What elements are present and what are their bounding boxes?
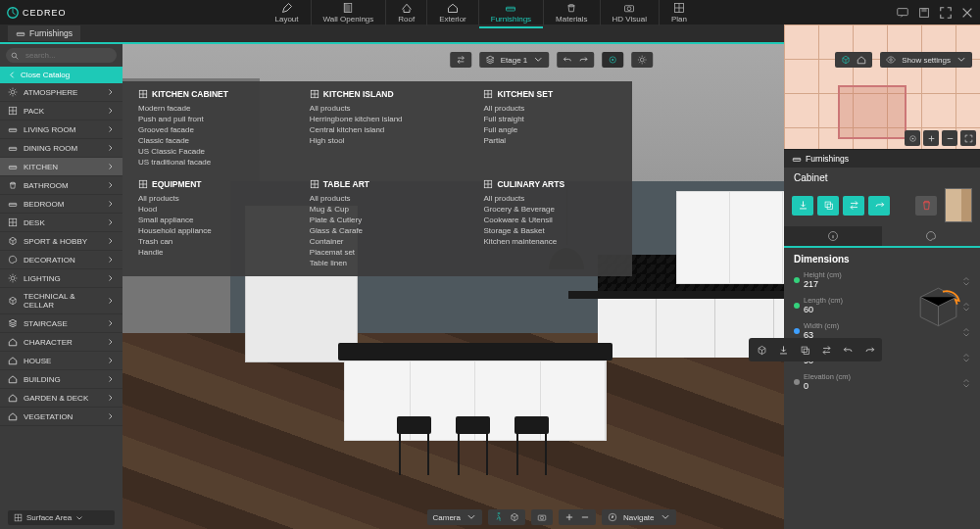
mega-item[interactable]: All products: [310, 193, 455, 204]
tab-plan[interactable]: Plan: [660, 0, 699, 25]
minimap-center[interactable]: [905, 130, 920, 146]
orbit-mode[interactable]: [510, 512, 519, 522]
zoom-out[interactable]: [580, 512, 590, 522]
mega-item[interactable]: All products: [310, 103, 455, 114]
mega-item[interactable]: Glass & Carafe: [310, 225, 455, 236]
surface-area-toggle[interactable]: Surface Area: [8, 510, 115, 525]
category-staircase[interactable]: STAIRCASE: [0, 314, 122, 333]
action-swap[interactable]: [843, 196, 864, 216]
navigate-selector[interactable]: Navigate: [602, 509, 676, 525]
category-bedroom[interactable]: BEDROOM: [0, 195, 122, 214]
redo-object[interactable]: [859, 341, 879, 359]
mega-heading[interactable]: TABLE ART: [310, 179, 455, 189]
category-garden-deck[interactable]: GARDEN & DECK: [0, 389, 122, 408]
action-duplicate[interactable]: [817, 196, 839, 216]
redo-button[interactable]: [578, 55, 588, 65]
camera-selector[interactable]: Camera: [426, 509, 481, 525]
orientation-cube[interactable]: [911, 279, 965, 333]
stepper-down[interactable]: [962, 382, 970, 387]
stepper-down[interactable]: [962, 357, 970, 361]
mega-item[interactable]: Household appliance: [138, 225, 280, 236]
category-kitchen[interactable]: KITCHEN: [0, 158, 122, 176]
swap-view-button[interactable]: [450, 52, 471, 68]
category-lighting[interactable]: LIGHTING: [0, 269, 122, 288]
category-house[interactable]: HOUSE: [0, 352, 122, 370]
category-desk[interactable]: DESK: [0, 214, 122, 232]
snap-toggle[interactable]: [608, 55, 617, 65]
search-input[interactable]: [6, 48, 117, 63]
mega-heading[interactable]: KITCHEN SET: [483, 89, 616, 99]
feedback-icon[interactable]: [896, 6, 909, 20]
mega-item[interactable]: Full straight: [483, 114, 616, 124]
sub-tab-furnishings[interactable]: Furnishings: [8, 25, 80, 41]
tab-hd-visual[interactable]: HD Visual: [601, 0, 660, 25]
move-tool[interactable]: [752, 341, 771, 359]
category-technical-cellar[interactable]: TECHNICAL & CELLAR: [0, 288, 122, 314]
object-thumbnail[interactable]: [945, 188, 972, 222]
minimap[interactable]: [784, 24, 980, 150]
category-dining-room[interactable]: DINING ROOM: [0, 139, 122, 158]
category-bathroom[interactable]: BATHROOM: [0, 176, 122, 195]
tab-roof[interactable]: Roof: [386, 0, 427, 25]
undo-object[interactable]: [838, 341, 858, 359]
mega-item[interactable]: Mug & Cup: [310, 204, 455, 215]
mega-item[interactable]: High stool: [310, 135, 455, 146]
category-living-room[interactable]: LIVING ROOM: [0, 120, 122, 139]
action-rotate[interactable]: [868, 196, 890, 216]
mega-item[interactable]: All products: [138, 193, 280, 204]
walk-mode[interactable]: [494, 512, 504, 522]
duplicate-tool[interactable]: [795, 341, 814, 359]
view-mode-2[interactable]: [857, 55, 866, 65]
floor-selector[interactable]: Etage 1: [479, 52, 550, 68]
minimap-expand[interactable]: [960, 130, 976, 146]
category-character[interactable]: CHARACTER: [0, 333, 122, 352]
minimap-zoom-in[interactable]: [923, 130, 939, 146]
action-download[interactable]: [792, 196, 813, 216]
category-building[interactable]: BUILDING: [0, 370, 122, 389]
view-mode-1[interactable]: [841, 55, 851, 65]
tab-wall-openings[interactable]: Wall Openings: [312, 0, 387, 25]
mega-heading[interactable]: KITCHEN ISLAND: [310, 89, 455, 99]
mega-item[interactable]: Trash can: [138, 236, 280, 247]
tab-materials[interactable]: Materials: [544, 0, 600, 25]
save-icon[interactable]: [917, 6, 931, 20]
mega-item[interactable]: Table linen: [310, 258, 455, 268]
category-pack[interactable]: PACK: [0, 102, 122, 120]
mega-item[interactable]: Classic facade: [138, 135, 280, 146]
mega-item[interactable]: Central kitchen island: [310, 124, 455, 135]
mega-item[interactable]: Container: [310, 236, 455, 247]
action-delete[interactable]: [915, 196, 937, 216]
zoom-in[interactable]: [564, 512, 574, 522]
close-icon[interactable]: [960, 6, 974, 20]
mega-item[interactable]: Hood: [138, 204, 280, 215]
category-decoration[interactable]: DECORATION: [0, 251, 122, 269]
fullscreen-icon[interactable]: [939, 6, 953, 20]
mega-item[interactable]: Storage & Basket: [483, 225, 616, 236]
mega-item[interactable]: Full angle: [483, 124, 616, 135]
tab-exterior[interactable]: Exterior: [427, 0, 479, 25]
tab-layout[interactable]: Layout: [264, 0, 312, 25]
mega-item[interactable]: Plate & Cutlery: [310, 215, 455, 225]
mega-item[interactable]: Handle: [138, 247, 280, 258]
mega-heading[interactable]: EQUIPMENT: [138, 179, 280, 189]
mega-item[interactable]: Grooved facade: [138, 124, 280, 135]
tab-info[interactable]: [784, 226, 882, 246]
tab-furnishings[interactable]: Furnishings: [479, 0, 544, 25]
mega-item[interactable]: Small appliance: [138, 215, 280, 225]
undo-button[interactable]: [563, 55, 572, 65]
show-settings-button[interactable]: Show settings: [880, 52, 972, 68]
download-tool[interactable]: [773, 341, 793, 359]
sun-button[interactable]: [631, 52, 653, 68]
mega-item[interactable]: Herringbone kitchen island: [310, 114, 455, 124]
mega-heading[interactable]: KITCHEN CABINET: [138, 89, 280, 99]
close-catalog-button[interactable]: Close Catalog: [0, 67, 122, 83]
category-vegetation[interactable]: VEGETATION: [0, 408, 122, 426]
mega-item[interactable]: US traditional facade: [138, 157, 280, 168]
mega-item[interactable]: All products: [483, 103, 616, 114]
flip-tool[interactable]: [816, 341, 836, 359]
category-atmosphere[interactable]: ATMOSPHERE: [0, 83, 122, 102]
mega-item[interactable]: Placemat set: [310, 247, 455, 258]
mega-item[interactable]: Modern facade: [138, 103, 280, 114]
mega-item[interactable]: Cookware & Utensil: [483, 215, 616, 225]
dim-value[interactable]: 0: [804, 381, 958, 391]
